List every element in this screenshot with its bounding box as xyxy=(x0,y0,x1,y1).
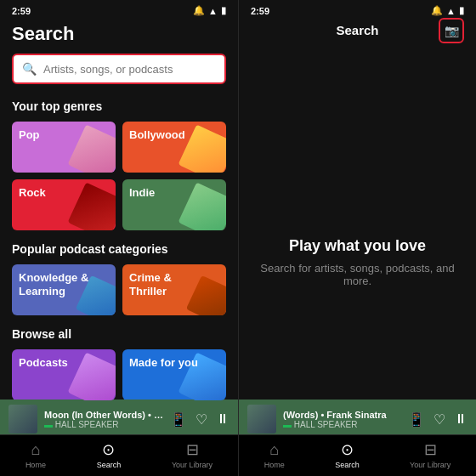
right-now-playing-controls: 📱 ♡ ⏸ xyxy=(408,411,468,428)
left-nav-search[interactable]: ⊙ Search xyxy=(97,440,122,469)
genre-art-rock xyxy=(67,182,116,230)
right-wifi-icon: ▲ xyxy=(446,6,456,16)
left-now-playing-bar[interactable]: Moon (In Other Words) • Frank ▬ HALL SPE… xyxy=(0,400,238,439)
right-header-title: Search xyxy=(336,23,378,37)
right-status-icons: 🔔 ▲ ▮ xyxy=(431,5,464,16)
left-nav-home[interactable]: ⌂ Home xyxy=(26,441,46,469)
right-now-playing-thumbnail xyxy=(247,405,276,434)
camera-icon: 📷 xyxy=(445,24,459,37)
genre-card-bollywood[interactable]: Bollywood xyxy=(122,122,226,173)
left-now-playing-title: Moon (In Other Words) • Frank xyxy=(44,410,163,420)
right-bell-icon: 🔔 xyxy=(431,5,443,16)
right-panel: 2:59 🔔 ▲ ▮ Search 📷 Play what you love S… xyxy=(238,0,476,476)
search-nav-label: Search xyxy=(97,461,122,469)
podcast-grid: Knowledge &Learning Crime &Thriller xyxy=(0,264,238,324)
bell-icon: 🔔 xyxy=(193,5,205,16)
left-status-bar: 2:59 🔔 ▲ ▮ xyxy=(0,0,238,20)
genre-card-pop[interactable]: Pop xyxy=(12,122,116,173)
search-nav-icon: ⊙ xyxy=(102,440,115,459)
podcast-label-crime: Crime &Thriller xyxy=(129,271,172,298)
genre-card-rock[interactable]: Rock xyxy=(12,179,116,230)
browse-all-label: Browse all xyxy=(0,324,238,349)
right-battery-icon: ▮ xyxy=(459,5,464,16)
battery-icon: ▮ xyxy=(221,5,226,16)
podcast-card-knowledge[interactable]: Knowledge &Learning xyxy=(12,264,116,315)
top-genres-label: Your top genres xyxy=(0,96,238,122)
podcast-art-crime xyxy=(186,275,226,315)
browse-card-madeforyou[interactable]: Made for you xyxy=(122,349,226,400)
left-now-playing-controls: 📱 ♡ ⏸ xyxy=(170,411,230,428)
right-status-bar: 2:59 🔔 ▲ ▮ xyxy=(239,0,476,20)
genre-art-indie xyxy=(178,182,226,230)
library-icon: ⊟ xyxy=(186,440,199,459)
right-library-label: Your Library xyxy=(410,461,450,469)
browse-art-podcasts xyxy=(67,352,116,400)
right-nav-home[interactable]: ⌂ Home xyxy=(264,441,285,469)
home-icon: ⌂ xyxy=(31,441,40,459)
right-header: Search 📷 xyxy=(239,20,476,48)
search-input[interactable] xyxy=(43,63,216,76)
right-now-playing-bar[interactable]: (Words) • Frank Sinatra ▬ HALL SPEAKER 📱… xyxy=(239,400,476,439)
right-heart-icon[interactable]: ♡ xyxy=(434,411,445,428)
genre-label-indie: Indie xyxy=(129,186,155,200)
browse-label-podcasts: Podcasts xyxy=(19,356,68,370)
right-library-icon: ⊟ xyxy=(424,440,437,459)
right-now-playing-subtitle: ▬ HALL SPEAKER xyxy=(283,420,401,429)
search-icon: 🔍 xyxy=(22,62,37,76)
camera-button[interactable]: 📷 xyxy=(439,18,464,43)
play-title: Play what you love xyxy=(289,237,426,255)
right-now-playing-title: (Words) • Frank Sinatra xyxy=(283,410,401,420)
left-time: 2:59 xyxy=(12,6,31,16)
genre-card-indie[interactable]: Indie xyxy=(122,179,226,230)
browse-card-podcasts[interactable]: Podcasts xyxy=(12,349,116,400)
genre-label-pop: Pop xyxy=(19,128,40,142)
genre-label-bollywood: Bollywood xyxy=(129,128,185,142)
wifi-icon: ▲ xyxy=(208,6,218,16)
right-pause-icon[interactable]: ⏸ xyxy=(454,411,468,427)
right-nav-search[interactable]: ⊙ Search xyxy=(335,440,360,469)
podcast-label-knowledge: Knowledge &Learning xyxy=(19,271,88,298)
search-bar[interactable]: 🔍 xyxy=(12,54,226,84)
genre-label-rock: Rock xyxy=(19,186,46,200)
home-label: Home xyxy=(26,461,46,469)
top-genres-grid: Pop Bollywood Rock Indie xyxy=(0,122,238,239)
play-subtitle: Search for artists, songs, podcasts, and… xyxy=(256,262,459,287)
podcast-card-crime[interactable]: Crime &Thriller xyxy=(122,264,226,315)
right-bottom-nav: ⌂ Home ⊙ Search ⊟ Your Library xyxy=(239,434,476,476)
browse-label-madeforyou: Made for you xyxy=(129,356,198,370)
right-time: 2:59 xyxy=(251,6,269,16)
left-now-playing-subtitle: ▬ HALL SPEAKER xyxy=(44,420,163,429)
right-search-nav-label: Search xyxy=(335,461,360,469)
speaker-icon[interactable]: 📱 xyxy=(170,411,187,428)
left-now-playing-thumbnail xyxy=(8,405,37,434)
right-speaker-icon[interactable]: 📱 xyxy=(408,411,425,428)
left-bottom-nav: ⌂ Home ⊙ Search ⊟ Your Library xyxy=(0,434,238,476)
left-nav-library[interactable]: ⊟ Your Library xyxy=(172,440,212,469)
right-search-nav-icon: ⊙ xyxy=(341,440,354,459)
page-title: Search xyxy=(0,20,238,54)
left-status-icons: 🔔 ▲ ▮ xyxy=(193,5,226,16)
right-home-label: Home xyxy=(264,461,285,469)
left-now-playing-info: Moon (In Other Words) • Frank ▬ HALL SPE… xyxy=(44,410,163,429)
genre-art-pop xyxy=(67,124,116,173)
right-nav-library[interactable]: ⊟ Your Library xyxy=(410,440,450,469)
pause-icon[interactable]: ⏸ xyxy=(216,411,230,427)
right-home-icon: ⌂ xyxy=(269,441,279,459)
library-label: Your Library xyxy=(172,461,212,469)
right-now-playing-info: (Words) • Frank Sinatra ▬ HALL SPEAKER xyxy=(283,410,401,429)
heart-icon[interactable]: ♡ xyxy=(196,411,207,428)
podcast-categories-label: Popular podcast categories xyxy=(0,239,238,264)
left-panel: 2:59 🔔 ▲ ▮ Search 🔍 Your top genres Pop … xyxy=(0,0,238,476)
